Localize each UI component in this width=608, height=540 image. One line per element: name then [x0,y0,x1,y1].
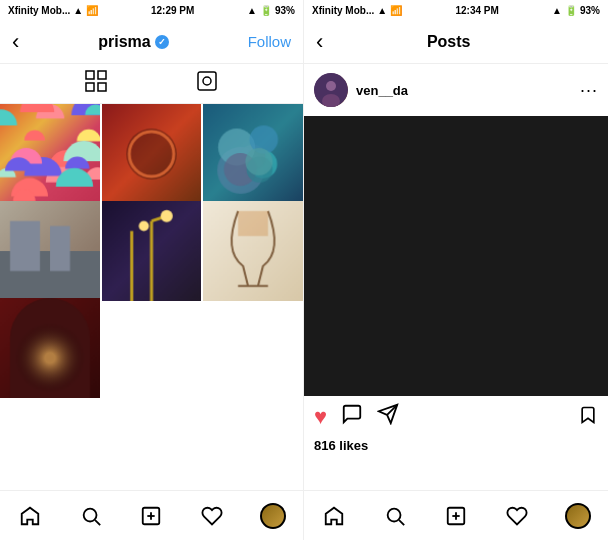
right-heart-button[interactable] [497,496,537,536]
left-nav-bar: ‹ prisma ✓ Follow [0,20,303,64]
left-profile-button[interactable] [253,496,293,536]
left-heart-button[interactable] [192,496,232,536]
right-signal-icon: ▲ [377,5,387,16]
post-header: ven__da ··· [304,64,608,116]
svg-line-17 [399,520,404,525]
left-back-button[interactable]: ‹ [12,29,19,55]
left-battery-pct: 93% [275,5,295,16]
comment-button[interactable] [341,403,363,431]
right-search-button[interactable] [375,496,415,536]
right-nav-title: Posts [427,33,471,51]
right-bottom-nav [304,490,608,540]
svg-point-5 [203,77,211,85]
grid-cell-5[interactable] [102,201,202,301]
left-title-area: prisma ✓ [98,33,168,51]
grid-cell-2[interactable] [102,104,202,204]
left-home-button[interactable] [10,496,50,536]
svg-point-16 [388,508,401,521]
grid-cell-12[interactable] [203,395,303,490]
follow-button[interactable]: Follow [248,33,291,50]
left-carrier: Xfinity Mob... [8,5,70,16]
post-image [304,116,608,396]
right-status-bar: Xfinity Mob... ▲ 📶 12:34 PM ▲ 🔋 93% [304,0,608,20]
svg-rect-0 [86,71,94,79]
right-profile-button[interactable] [558,496,598,536]
svg-rect-2 [86,83,94,91]
right-back-button[interactable]: ‹ [316,29,323,55]
left-status-bar: Xfinity Mob... ▲ 📶 12:29 PM ▲ 🔋 93% [0,0,303,20]
right-wifi-icon: 📶 [390,5,402,16]
right-status-right: ▲ 🔋 93% [552,5,600,16]
post-header-left: ven__da [314,73,408,107]
svg-point-6 [84,508,97,521]
right-time: 12:34 PM [455,5,498,16]
svg-rect-3 [98,83,106,91]
right-carrier: Xfinity Mob... [312,5,374,16]
post-more-button[interactable]: ··· [580,80,598,101]
bookmark-button[interactable] [578,404,598,431]
grid-cell-6[interactable] [203,201,303,301]
grid-cell-1[interactable] [0,104,100,204]
grid-cell-11[interactable] [102,395,202,490]
right-add-button[interactable] [436,496,476,536]
post-username[interactable]: ven__da [356,83,408,98]
share-button[interactable] [377,403,399,431]
right-panel: Xfinity Mob... ▲ 📶 12:34 PM ▲ 🔋 93% ‹ Po… [304,0,608,540]
grid-cell-10[interactable] [0,395,100,490]
post-avatar[interactable] [314,73,348,107]
grid-cell-4[interactable] [0,201,100,301]
tagged-photos-icon[interactable] [196,70,218,97]
grid-view-icon[interactable] [85,70,107,97]
svg-line-7 [95,520,100,525]
left-add-button[interactable] [131,496,171,536]
svg-rect-1 [98,71,106,79]
right-status-left: Xfinity Mob... ▲ 📶 [312,5,402,16]
grid-cell-8[interactable] [102,298,202,398]
right-signal2-icon: ▲ [552,5,562,16]
grid-cell-3[interactable] [203,104,303,204]
left-status-left: Xfinity Mob... ▲ 📶 [8,5,98,16]
left-status-right: ▲ 🔋 93% [247,5,295,16]
icon-bar [0,64,303,104]
photo-grid [0,104,303,490]
left-wifi-icon: 📶 [86,5,98,16]
grid-cell-9[interactable] [203,298,303,398]
post-actions-left: ♥ [314,403,399,431]
post-actions: ♥ [304,396,608,438]
like-button[interactable]: ♥ [314,404,327,430]
left-bottom-nav [0,490,303,540]
svg-point-12 [326,81,336,91]
left-signal2-icon: ▲ [247,5,257,16]
post-likes-count: 816 likes [304,438,608,457]
left-battery-icon: 🔋 [260,5,272,16]
right-battery-pct: 93% [580,5,600,16]
right-battery-icon: 🔋 [565,5,577,16]
left-signal-icon: ▲ [73,5,83,16]
left-time: 12:29 PM [151,5,194,16]
left-search-button[interactable] [71,496,111,536]
right-home-button[interactable] [314,496,354,536]
verified-badge-icon: ✓ [155,35,169,49]
left-profile-name: prisma [98,33,150,51]
right-nav-bar: ‹ Posts [304,20,608,64]
grid-cell-7[interactable] [0,298,100,398]
left-panel: Xfinity Mob... ▲ 📶 12:29 PM ▲ 🔋 93% ‹ pr… [0,0,304,540]
svg-rect-4 [198,72,216,90]
